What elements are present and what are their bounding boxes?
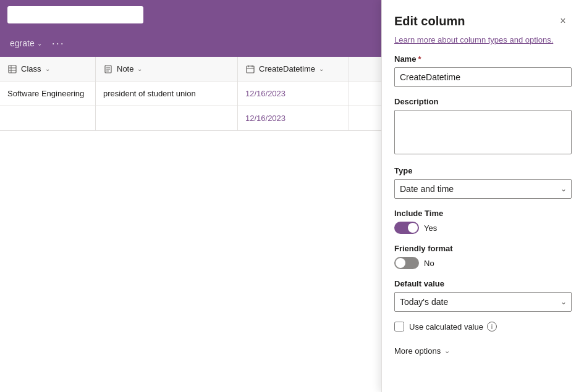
col-class-chevron: ⌄ <box>45 65 50 72</box>
col-header-note[interactable]: Note ⌄ <box>96 57 238 81</box>
grid-header: Class ⌄ Note ⌄ <box>0 57 381 81</box>
type-field-group: Type Date and time Single line of text N… <box>394 166 572 199</box>
edit-column-panel: Edit column × Learn more about column ty… <box>381 0 584 392</box>
svg-rect-8 <box>247 66 254 73</box>
include-time-value: Yes <box>424 223 437 233</box>
include-time-label: Include Time <box>394 209 572 218</box>
learn-more-link[interactable]: Learn more about column types and option… <box>394 35 553 44</box>
include-time-toggle[interactable] <box>394 222 419 234</box>
top-bar <box>0 0 381 30</box>
col-note-chevron: ⌄ <box>137 65 142 72</box>
default-value-select[interactable]: Today's date None Custom value <box>394 292 572 312</box>
panel-title: Edit column <box>394 14 465 28</box>
svg-rect-0 <box>9 65 16 73</box>
panel-header: Edit column × <box>382 0 584 35</box>
calculated-value-row: Use calculated value i <box>394 322 572 332</box>
friendly-format-toggle[interactable] <box>394 257 419 269</box>
cell-note-1[interactable]: president of student union <box>96 81 238 106</box>
calculated-value-checkbox[interactable] <box>394 322 404 332</box>
type-select-wrapper: Date and time Single line of text Number… <box>394 179 572 199</box>
name-label: Name * <box>394 54 572 64</box>
toggle-thumb-friendly <box>396 258 405 268</box>
cell-class-1[interactable]: Software Engineering <box>0 81 96 106</box>
table-row: 12/16/2023 <box>0 106 381 131</box>
more-options-label: More options <box>394 346 441 356</box>
main-content: egrate ⌄ ··· Class ⌄ <box>0 0 381 392</box>
friendly-format-row: No <box>394 257 572 269</box>
calculated-info-icon[interactable]: i <box>487 322 497 332</box>
nav-item-label: egrate <box>10 38 35 48</box>
include-time-row: Yes <box>394 222 572 234</box>
col-datetime-label: CreateDatetime <box>259 64 315 73</box>
friendly-format-label: Friendly format <box>394 244 572 253</box>
table-row: Software Engineering president of studen… <box>0 81 381 106</box>
table-icon <box>7 64 17 74</box>
friendly-format-value: No <box>424 259 434 268</box>
default-value-field-group: Default value Today's date None Custom v… <box>394 279 572 312</box>
col-datetime-chevron: ⌄ <box>319 65 324 72</box>
description-field-group: Description <box>394 97 572 156</box>
panel-link-section: Learn more about column types and option… <box>382 35 584 54</box>
close-button[interactable]: × <box>554 12 572 30</box>
col-class-label: Class <box>21 64 41 73</box>
type-label: Type <box>394 166 572 175</box>
col-note-label: Note <box>117 64 133 73</box>
friendly-format-group: Friendly format No <box>394 244 572 279</box>
col-header-class[interactable]: Class ⌄ <box>0 57 96 81</box>
default-value-select-wrapper: Today's date None Custom value ⌄ <box>394 292 572 312</box>
calendar-icon <box>245 64 255 74</box>
grid-area: Class ⌄ Note ⌄ <box>0 57 381 131</box>
include-time-group: Include Time Yes <box>394 209 572 244</box>
note-icon <box>103 64 113 74</box>
more-options-button[interactable]: More options ⌄ <box>394 341 572 368</box>
toggle-thumb <box>408 223 418 233</box>
name-field-group: Name * <box>394 54 572 87</box>
default-value-label: Default value <box>394 279 572 288</box>
required-star: * <box>418 54 421 64</box>
description-label: Description <box>394 97 572 106</box>
cell-datetime-1[interactable]: 12/16/2023 <box>238 81 349 106</box>
nav-item-egrate[interactable]: egrate ⌄ <box>10 38 42 48</box>
cell-class-2[interactable] <box>0 106 96 130</box>
more-options-chevron-icon: ⌄ <box>444 347 450 355</box>
search-input[interactable] <box>7 6 143 23</box>
name-input[interactable] <box>394 67 572 87</box>
cell-datetime-2[interactable]: 12/16/2023 <box>238 106 349 130</box>
description-textarea[interactable] <box>394 110 572 154</box>
nav-dots[interactable]: ··· <box>52 37 65 50</box>
cell-note-2[interactable] <box>96 106 238 130</box>
chevron-down-icon: ⌄ <box>37 40 42 47</box>
calculated-value-label: Use calculated value i <box>409 322 497 332</box>
type-select[interactable]: Date and time Single line of text Number… <box>394 179 572 199</box>
panel-body: Name * Description Type Date and time Si… <box>382 54 584 392</box>
col-header-datetime[interactable]: CreateDatetime ⌄ <box>238 57 349 81</box>
nav-bar: egrate ⌄ ··· <box>0 30 381 57</box>
